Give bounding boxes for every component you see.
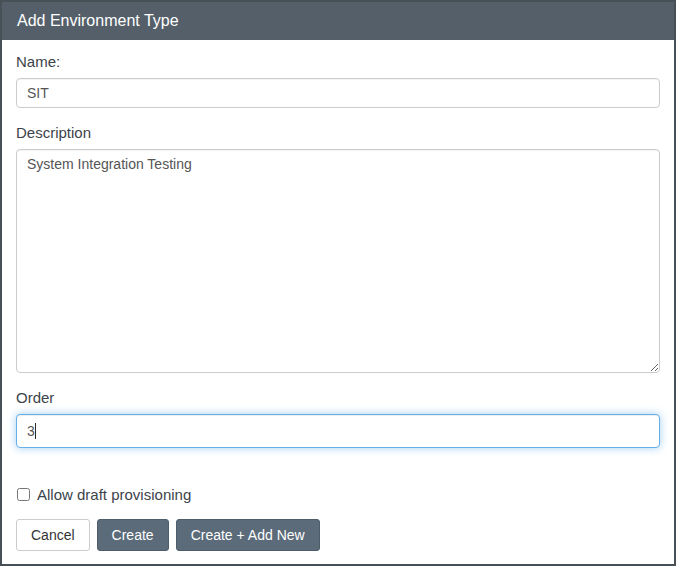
description-label: Description <box>16 124 660 141</box>
order-field-group: Order <box>16 389 660 448</box>
dialog-title: Add Environment Type <box>17 12 179 29</box>
create-add-new-button[interactable]: Create + Add New <box>176 519 320 551</box>
allow-draft-provisioning-label[interactable]: Allow draft provisioning <box>37 486 191 503</box>
text-cursor <box>35 423 36 439</box>
order-input-wrap <box>16 414 660 448</box>
order-input[interactable] <box>16 414 660 448</box>
dialog-body: Name: Description System Integration Tes… <box>2 40 674 509</box>
cancel-button[interactable]: Cancel <box>16 519 90 551</box>
dialog-footer: Cancel Create Create + Add New <box>2 509 674 564</box>
description-field-group: Description System Integration Testing <box>16 124 660 373</box>
create-button[interactable]: Create <box>97 519 169 551</box>
allow-draft-provisioning-row[interactable]: Allow draft provisioning <box>16 486 660 503</box>
allow-draft-provisioning-checkbox[interactable] <box>17 488 30 501</box>
name-input[interactable] <box>16 78 660 108</box>
order-label: Order <box>16 389 660 406</box>
name-field-group: Name: <box>16 53 660 108</box>
description-textarea[interactable]: System Integration Testing <box>16 149 660 373</box>
name-label: Name: <box>16 53 660 70</box>
dialog-header: Add Environment Type <box>2 2 674 40</box>
add-environment-type-dialog: Add Environment Type Name: Description S… <box>0 0 676 566</box>
